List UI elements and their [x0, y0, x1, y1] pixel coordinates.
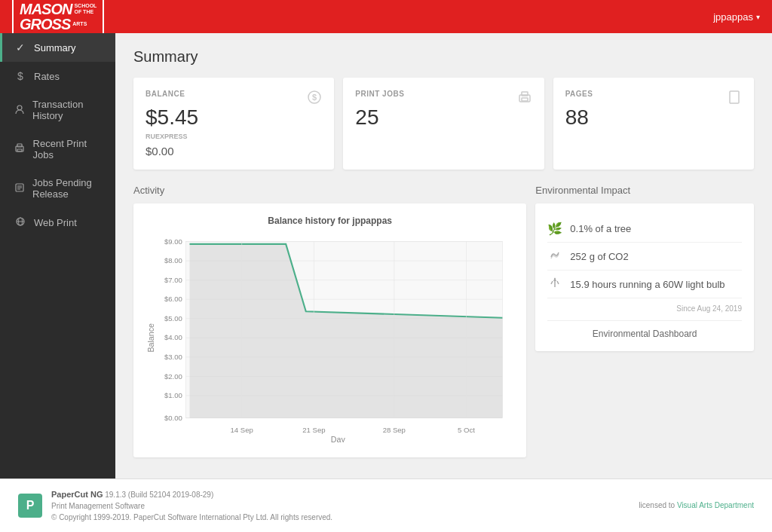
env-item-bulb: 15.9 hours running a 60W light bulb: [547, 271, 742, 298]
bulb-icon: [547, 277, 562, 292]
chart-title: Balance history for jppappas: [146, 216, 514, 226]
balance-card: BALANCE $ $5.45 RUEXPRESS $0.00: [133, 78, 334, 170]
sidebar: ✓ Summary $ Rates Transaction History: [0, 33, 115, 478]
footer-sub: Print Management Software: [51, 500, 332, 512]
sidebar-item-transaction-history[interactable]: Transaction History: [0, 90, 115, 130]
footer-text: PaperCut NG 19.1.3 (Build 52104 2019-08-…: [51, 488, 332, 524]
logo: MASON SCHOOL OF THE GROSS ARTS: [12, 0, 104, 35]
logo-arts: ARTS: [72, 21, 87, 27]
svg-text:5 Oct: 5 Oct: [458, 426, 475, 434]
footer-logo: P: [18, 494, 42, 518]
print-jobs-card: PRINT JOBS 25: [343, 78, 544, 170]
activity-title: Activity: [133, 185, 526, 196]
svg-text:$3.00: $3.00: [164, 353, 182, 361]
summary-icon: ✓: [14, 41, 26, 54]
env-card: 🌿 0.1% of a tree 252 g of CO2: [535, 203, 754, 351]
balance-value: $5.45: [146, 105, 322, 130]
pages-card: PAGES 88: [553, 78, 754, 170]
svg-text:28 Sep: 28 Sep: [383, 426, 406, 434]
pages-value: 88: [565, 105, 742, 130]
print-jobs-icon: [517, 90, 532, 109]
sidebar-label-web-print: Web Print: [34, 217, 77, 228]
content-area: Summary BALANCE $ $5.45 RUEXPRESS $0.00 …: [115, 33, 772, 478]
pages-card-label: PAGES: [565, 90, 742, 98]
svg-text:$5.00: $5.00: [164, 314, 182, 323]
rates-icon: $: [14, 70, 26, 82]
main-layout: ✓ Summary $ Rates Transaction History: [0, 33, 772, 478]
env-since: Since Aug 24, 2019: [547, 304, 742, 313]
cards-row: BALANCE $ $5.45 RUEXPRESS $0.00 PRINT JO…: [133, 78, 754, 170]
svg-text:$1.00: $1.00: [164, 391, 182, 399]
logo-mason: MASON: [20, 2, 72, 17]
svg-point-0: [17, 105, 22, 110]
svg-marker-49: [553, 277, 556, 281]
print-jobs-card-label: PRINT JOBS: [355, 90, 532, 98]
svg-rect-14: [522, 92, 528, 96]
env-text-bulb: 15.9 hours running a 60W light bulb: [570, 279, 725, 290]
logo-school: SCHOOL: [74, 3, 96, 9]
balance-sub-label: RUEXPRESS: [146, 133, 322, 140]
svg-rect-3: [17, 149, 22, 151]
sidebar-label-jobs-pending-release: Jobs Pending Release: [32, 177, 103, 200]
sidebar-item-summary[interactable]: ✓ Summary: [0, 33, 115, 62]
env-dashboard-link[interactable]: Environmental Dashboard: [547, 320, 742, 339]
svg-text:$9.00: $9.00: [164, 237, 182, 246]
svg-text:$: $: [312, 93, 317, 102]
svg-text:Day: Day: [331, 435, 346, 442]
balance-card-label: BALANCE: [146, 90, 322, 98]
footer-app-name: PaperCut NG: [51, 490, 103, 499]
pending-icon: [14, 182, 25, 195]
pages-icon: [727, 90, 742, 109]
env-text-tree: 0.1% of a tree: [570, 223, 631, 234]
footer-version: 19.1.3 (Build 52104 2019-08-29): [105, 491, 213, 499]
footer-license: licensed to Visual Arts Department: [639, 501, 754, 509]
sidebar-label-transaction-history: Transaction History: [32, 99, 103, 121]
svg-text:$0.00: $0.00: [164, 414, 182, 422]
chart-container: Balance history for jppappas: [133, 203, 526, 457]
balance-icon: $: [307, 90, 322, 109]
env-text-co2: 252 g of CO2: [570, 251, 628, 262]
logo-gross: GROSS: [20, 17, 70, 32]
tree-icon: 🌿: [547, 222, 562, 236]
activity-section: Activity Balance history for jppappas: [133, 185, 526, 457]
co2-icon: [547, 249, 562, 264]
page-title: Summary: [133, 48, 754, 66]
footer-copyright: © Copyright 1999-2019. PaperCut Software…: [51, 512, 332, 523]
svg-text:$6.00: $6.00: [164, 295, 182, 303]
footer-license-prefix: licensed to: [639, 501, 675, 509]
two-col-section: Activity Balance history for jppappas: [133, 185, 754, 457]
environmental-section: Environmental Impact 🌿 0.1% of a tree: [535, 185, 754, 457]
svg-text:$4.00: $4.00: [164, 333, 182, 341]
sidebar-item-web-print[interactable]: Web Print: [0, 208, 115, 237]
print-icon: [14, 143, 26, 156]
svg-text:14 Sep: 14 Sep: [231, 426, 253, 434]
sidebar-item-recent-print-jobs[interactable]: Recent Print Jobs: [0, 130, 115, 169]
svg-text:$2.00: $2.00: [164, 372, 182, 381]
balance-chart: $9.00 $8.00 $7.00 $6.00 $5.00 $4.00 $3.0…: [146, 234, 514, 442]
logo-area: MASON SCHOOL OF THE GROSS ARTS: [12, 0, 104, 35]
svg-text:$7.00: $7.00: [164, 276, 182, 284]
svg-rect-15: [522, 98, 528, 101]
sidebar-item-jobs-pending-release[interactable]: Jobs Pending Release: [0, 169, 115, 208]
sidebar-label-recent-print-jobs: Recent Print Jobs: [33, 138, 103, 161]
sidebar-item-rates[interactable]: $ Rates: [0, 62, 115, 90]
svg-text:21 Sep: 21 Sep: [302, 426, 325, 434]
env-item-co2: 252 g of CO2: [547, 243, 742, 271]
logo-ofthe: OF THE: [74, 9, 96, 15]
app-header: MASON SCHOOL OF THE GROSS ARTS jppappas: [0, 0, 772, 33]
balance-sub-value: $0.00: [146, 145, 322, 157]
webprint-icon: [14, 216, 26, 229]
transaction-icon: [14, 104, 25, 117]
sidebar-label-rates: Rates: [34, 71, 60, 82]
footer-license-entity[interactable]: Visual Arts Department: [677, 501, 754, 509]
svg-rect-16: [730, 91, 739, 103]
print-jobs-value: 25: [355, 105, 532, 130]
env-item-tree: 🌿 0.1% of a tree: [547, 216, 742, 243]
environmental-title: Environmental Impact: [535, 185, 754, 196]
svg-text:Balance: Balance: [146, 323, 155, 352]
user-menu[interactable]: jppappas: [713, 11, 760, 23]
footer: P PaperCut NG 19.1.3 (Build 52104 2019-0…: [0, 478, 772, 533]
svg-text:$8.00: $8.00: [164, 256, 182, 264]
sidebar-label-summary: Summary: [34, 42, 76, 54]
